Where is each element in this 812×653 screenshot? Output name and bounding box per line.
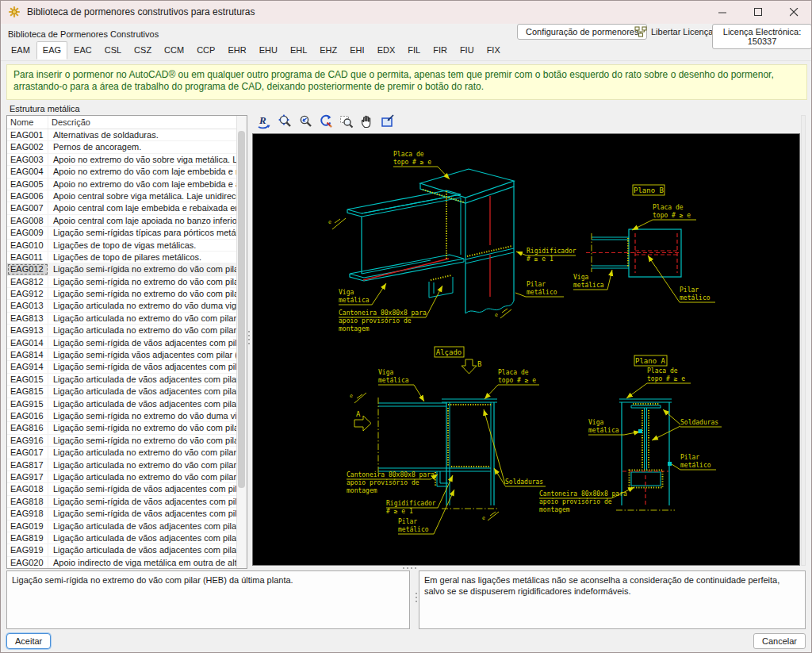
list-item[interactable]: EAG018 Ligação semi-rígida de vãos adjac…: [7, 483, 237, 495]
svg-text:Pilar: Pilar: [398, 518, 417, 525]
library-tab[interactable]: FIL: [401, 41, 427, 60]
list-item[interactable]: EAG009 Ligação semi-rígidas típicas para…: [7, 227, 237, 239]
library-tab[interactable]: EHR: [221, 41, 252, 60]
cancel-button[interactable]: Cancelar: [753, 633, 806, 649]
zoom-window-button[interactable]: [337, 113, 355, 130]
list-item[interactable]: EAG814 Ligação semi-rígida vãos adjacent…: [7, 349, 237, 361]
detail-description: Ligação semi-rígida no extremo do vão co…: [48, 276, 237, 287]
redraw-button[interactable]: R: [255, 113, 273, 130]
svg-text:Pilar: Pilar: [680, 286, 699, 294]
list-item[interactable]: EAG912 Ligação semi-rígida no extremo do…: [7, 288, 237, 300]
maximize-button[interactable]: [741, 0, 776, 24]
list-item[interactable]: EAG008 Apoio central com laje apoiada no…: [7, 215, 237, 227]
list-item[interactable]: EAG816 Ligação semi-rígida no extremo do…: [7, 422, 237, 434]
library-tab[interactable]: EAC: [67, 41, 98, 60]
list-item[interactable]: EAG815 Ligação articulada de vãos adjace…: [7, 386, 237, 398]
list-item[interactable]: EAG919 Ligação articulada de vãos adjace…: [7, 544, 237, 556]
detail-code: EAG815: [7, 386, 48, 397]
library-tab[interactable]: FIU: [454, 41, 481, 60]
list-item[interactable]: EAG020 Apoio indirecto de viga metálica …: [7, 557, 237, 568]
svg-text:Placa de: Placa de: [498, 369, 529, 376]
detail-description: Alternativas de soldaduras.: [48, 129, 237, 140]
library-tab[interactable]: CCP: [190, 41, 221, 60]
license-number-button[interactable]: Licença Electrónica: 150337: [712, 24, 812, 49]
pan-button[interactable]: [358, 113, 376, 130]
svg-text:Rigidificador: Rigidificador: [527, 248, 576, 255]
zoom-previous-button[interactable]: [296, 113, 314, 130]
list-item[interactable]: EAG918 Ligação semi-rígida de vãos adjac…: [7, 508, 237, 520]
list-item[interactable]: EAG017 Ligação articulada no extremo do …: [7, 447, 237, 459]
list-item[interactable]: EAG013 Ligação articulada no extremo do …: [7, 300, 237, 312]
detail-code: EAG016: [7, 410, 48, 421]
library-tab[interactable]: EAG: [36, 41, 67, 60]
svg-text:montagem: montagem: [539, 506, 570, 513]
right-splitter-strip[interactable]: [801, 115, 806, 566]
library-tab[interactable]: FIX: [481, 41, 507, 60]
list-scrollbar-thumb[interactable]: [238, 131, 245, 488]
list-item[interactable]: EAG813 Ligação articulada no extremo do …: [7, 313, 237, 325]
plano-b-title: Plano B: [633, 185, 665, 195]
library-tab[interactable]: EAM: [5, 41, 36, 60]
svg-text:metálico: metálico: [527, 289, 557, 296]
list-item[interactable]: EAG915 Ligação articulada de vãos adjace…: [7, 398, 237, 410]
list-item[interactable]: EAG012 Ligação semi-rígida no extremo do…: [7, 263, 237, 275]
detail-code: EAG816: [7, 422, 48, 433]
library-tab[interactable]: CCM: [158, 41, 190, 60]
close-button[interactable]: [776, 0, 812, 24]
detail-code: EAG004: [7, 166, 48, 177]
detail-code: EAG015: [7, 374, 48, 385]
svg-text:metálica: metálica: [573, 282, 604, 289]
detail-code: EAG020: [7, 557, 48, 568]
list-item[interactable]: EAG818 Ligação semi-rígida de vãos adjac…: [7, 496, 237, 508]
minimize-button[interactable]: [705, 0, 741, 24]
detail-canvas[interactable]: e e Placa de topo # ≥ e Rigidificador # …: [252, 133, 800, 566]
list-item[interactable]: EAG917 Ligação articulada no extremo do …: [7, 471, 237, 483]
column-header-name: Nome: [7, 116, 48, 129]
list-item[interactable]: EAG913 Ligação articulada no extremo do …: [7, 325, 237, 336]
detail-code: EAG018: [7, 483, 48, 494]
insert-into-cad-button[interactable]: [378, 113, 396, 130]
detail-code: EAG001: [7, 129, 48, 140]
list-item[interactable]: EAG006 Apoio central sobre viga metálica…: [7, 190, 237, 202]
zoom-extents-button[interactable]: [275, 113, 293, 130]
accept-button[interactable]: Aceitar: [6, 633, 51, 649]
list-scrollbar[interactable]: [236, 116, 247, 568]
refresh-drawing-button[interactable]: [316, 113, 335, 130]
detail-description: Ligação articulada no extremo do vão com…: [48, 471, 237, 482]
list-item[interactable]: EAG001 Alternativas de soldaduras.: [7, 129, 237, 141]
list-item[interactable]: EAG010 Ligações de topo de vigas metálic…: [7, 240, 237, 252]
library-tab[interactable]: EHL: [284, 41, 313, 60]
library-tab[interactable]: EHZ: [313, 41, 343, 60]
close-icon: [790, 8, 799, 17]
list-item[interactable]: EAG004 Apoio no extremo do vão com laje …: [7, 166, 237, 178]
list-item[interactable]: EAG003 Apoio no extremo do vão sobre vig…: [7, 154, 237, 166]
list-item[interactable]: EAG007 Apoio central com laje embebida e…: [7, 202, 237, 214]
list-item[interactable]: EAG014 Ligação semi-rígida de vãos adjac…: [7, 337, 237, 349]
list-header: Nome Descrição: [7, 116, 237, 129]
svg-text:e: e: [495, 312, 498, 318]
svg-text:apoio provisório de: apoio provisório de: [347, 478, 419, 486]
list-item[interactable]: EAG016 Ligação semi-rígida no extremo do…: [7, 410, 237, 422]
library-tab[interactable]: EDX: [371, 41, 402, 60]
library-tab[interactable]: EHI: [343, 41, 370, 60]
detail-code: EAG008: [7, 215, 48, 226]
list-item[interactable]: EAG002 Pernos de ancoragem.: [7, 141, 237, 153]
detail-code: EAG812: [7, 276, 48, 287]
list-item[interactable]: EAG015 Ligação articulada de vãos adjace…: [7, 374, 237, 386]
list-item[interactable]: EAG817 Ligação articulada no extremo do …: [7, 459, 237, 471]
library-tab[interactable]: FIR: [427, 41, 454, 60]
placa-topo-label: Placa de topo # ≥ e: [485, 369, 539, 399]
library-tab[interactable]: EHU: [253, 41, 284, 60]
library-tab[interactable]: CSZ: [128, 41, 158, 60]
list-item[interactable]: EAG005 Apoio no extremo do vão com laje …: [7, 179, 237, 190]
list-item[interactable]: EAG011 Ligações de topo de pilares metál…: [7, 252, 237, 263]
network-icon: [634, 26, 647, 37]
configure-details-button[interactable]: Configuração de pormenores: [517, 24, 647, 40]
list-item[interactable]: EAG819 Ligação articulada de vãos adjace…: [7, 532, 237, 544]
list-item[interactable]: EAG019 Ligação articulada de vãos adjace…: [7, 520, 237, 532]
list-item[interactable]: EAG812 Ligação semi-rígida no extremo do…: [7, 276, 237, 288]
list-item[interactable]: EAG914 Ligação semi-rígida de vãos adjac…: [7, 361, 237, 373]
library-tab[interactable]: CSL: [98, 41, 128, 60]
list-item[interactable]: EAG916 Ligação semi-rígida no extremo do…: [7, 435, 237, 447]
zoom-window-icon: [339, 113, 354, 129]
